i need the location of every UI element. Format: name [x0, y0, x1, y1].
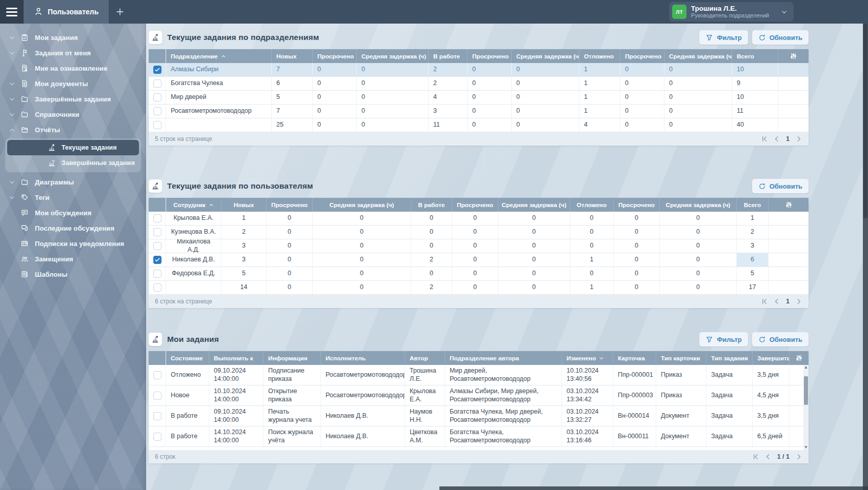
add-tab-button[interactable] — [109, 0, 131, 24]
cell[interactable]: 0 — [620, 63, 664, 76]
row-checkbox[interactable] — [153, 121, 162, 129]
refresh-button[interactable]: Обновить — [752, 179, 809, 193]
column-header-2[interactable]: Просрочено — [267, 198, 313, 212]
column-header-0[interactable]: Сотрудник — [166, 198, 221, 212]
row-checkbox[interactable] — [153, 66, 162, 74]
column-header-6[interactable]: Средняя задержка (ч) — [498, 198, 570, 212]
refresh-button[interactable]: Обновить — [752, 30, 809, 45]
sidebar-item-13[interactable]: Шаблоны — [0, 267, 146, 282]
next-page-button[interactable] — [793, 296, 804, 307]
sidebar-item-12[interactable]: Замещения — [0, 251, 146, 267]
column-header-7[interactable]: Отложено — [579, 49, 620, 63]
column-settings-icon[interactable] — [769, 198, 809, 212]
sidebar-item-3[interactable]: Мои документы — [0, 76, 146, 91]
sidebar-item-6[interactable]: Отчёты — [0, 122, 146, 137]
column-header-8[interactable]: Просрочено — [620, 49, 664, 63]
first-page-button[interactable] — [759, 133, 770, 145]
column-header-3[interactable]: Исполнитель — [321, 351, 405, 365]
scroll-up-arrow[interactable]: ▲ — [804, 365, 808, 370]
row-checkbox[interactable] — [153, 93, 162, 101]
vertical-scrollbar-thumb[interactable] — [863, 24, 867, 218]
column-header-9[interactable]: Средняя задержка (ч) — [664, 49, 732, 63]
filter-button[interactable]: Фильтр — [699, 30, 748, 45]
cell[interactable]: Алмазы Сибири — [166, 63, 272, 76]
column-settings-icon[interactable] — [778, 49, 809, 63]
cell[interactable]: 10 — [732, 63, 778, 76]
column-header-4[interactable]: Автор — [405, 351, 445, 365]
next-page-button[interactable] — [793, 451, 804, 462]
column-header-1[interactable]: Новых — [272, 49, 313, 63]
column-header-7[interactable]: Карточка — [613, 351, 656, 365]
page-horizontal-scrollbar[interactable] — [439, 486, 863, 490]
row-checkbox[interactable] — [153, 107, 162, 115]
sidebar-item-4[interactable]: Завершённые задания — [0, 91, 146, 107]
column-header-0[interactable]: Подразделение — [166, 49, 272, 63]
scroll-down-arrow[interactable]: ▼ — [804, 445, 808, 450]
previous-page-button[interactable] — [771, 296, 782, 307]
column-header-10[interactable]: Всего — [732, 49, 778, 63]
filter-button[interactable]: Фильтр — [699, 332, 748, 346]
column-header-2[interactable]: Информация — [264, 351, 321, 365]
row-checkbox[interactable] — [153, 228, 162, 236]
sidebar-item-2[interactable]: Мне на ознакомление — [0, 60, 146, 76]
sidebar-item-9[interactable]: Мои обсуждения — [0, 205, 146, 220]
hamburger-menu-button[interactable] — [0, 0, 24, 24]
table-scrollbar-thumb[interactable] — [804, 376, 808, 405]
column-header-1[interactable]: Выполнить к — [209, 351, 264, 365]
cell[interactable]: 0 — [664, 63, 732, 76]
cell[interactable]: 0 — [468, 63, 512, 76]
column-header-9[interactable]: Тип задания — [706, 351, 753, 365]
page-vertical-scrollbar[interactable] — [863, 24, 868, 490]
column-header-0[interactable]: Состояние — [166, 351, 209, 365]
cell[interactable]: 1 — [579, 63, 620, 76]
sidebar-item-5[interactable]: Справочники — [0, 107, 146, 122]
column-header-1[interactable]: Новых — [221, 198, 267, 212]
row-checkbox[interactable] — [153, 392, 162, 400]
column-header-4[interactable]: В работе — [411, 198, 452, 212]
column-header-5[interactable]: Просрочено — [468, 49, 512, 63]
previous-page-button[interactable] — [771, 133, 782, 145]
column-header-10[interactable]: Завершить — [753, 351, 790, 365]
cell[interactable]: 6 — [737, 253, 769, 267]
column-header-6[interactable]: Изменено — [562, 351, 613, 365]
column-header-10[interactable]: Всего — [737, 198, 769, 212]
column-header-6[interactable]: Средняя задержка (ч) — [512, 49, 579, 63]
row-checkbox[interactable] — [153, 242, 162, 250]
column-header-3[interactable]: Средняя задержка (ч) — [313, 198, 411, 212]
cell[interactable]: 0 — [313, 63, 357, 76]
user-menu[interactable]: лт Трошина Л.Е. Руководитель подразделен… — [669, 2, 794, 22]
sidebar-item-8[interactable]: Теги — [0, 190, 146, 205]
row-checkbox[interactable] — [153, 256, 162, 264]
column-header-9[interactable]: Средняя задержка (ч) — [660, 198, 737, 212]
sidebar-subitem-1[interactable]: Завершённые задания — [7, 155, 139, 171]
column-header-5[interactable]: Подразделение автора — [445, 351, 562, 365]
column-header-3[interactable]: Средняя задержка (ч) — [357, 49, 429, 63]
column-header-8[interactable]: Просрочено — [614, 198, 660, 212]
column-header-7[interactable]: Отложено — [570, 198, 614, 212]
refresh-button[interactable]: Обновить — [752, 332, 809, 346]
table-vertical-scrollbar[interactable]: ▲▼ — [803, 365, 809, 450]
previous-page-button[interactable] — [762, 451, 774, 462]
sidebar-subitem-0[interactable]: Текущие задания — [7, 140, 139, 155]
row-checkbox[interactable] — [153, 283, 162, 292]
tab-user[interactable]: Пользователь — [24, 0, 109, 24]
column-header-5[interactable]: Просрочено — [452, 198, 498, 212]
row-checkbox[interactable] — [153, 433, 162, 441]
row-checkbox[interactable] — [153, 270, 162, 278]
column-settings-icon[interactable] — [790, 351, 809, 365]
cell[interactable]: 0 — [357, 63, 429, 76]
column-header-8[interactable]: Тип карточки — [656, 351, 706, 365]
sidebar-item-10[interactable]: Последние обсуждения — [0, 220, 146, 236]
first-page-button[interactable] — [759, 296, 770, 307]
row-checkbox[interactable] — [153, 371, 162, 379]
sidebar-item-1[interactable]: Задания от меня — [0, 45, 146, 60]
cell[interactable]: 7 — [272, 63, 313, 76]
column-header-4[interactable]: В работе — [429, 49, 468, 63]
sidebar-item-7[interactable]: Диаграммы — [0, 174, 146, 190]
row-checkbox[interactable] — [153, 79, 162, 88]
sidebar-item-11[interactable]: Подписки на уведомления — [0, 236, 146, 251]
sidebar-item-0[interactable]: Мои задания — [0, 30, 146, 45]
row-checkbox[interactable] — [153, 214, 162, 222]
cell[interactable]: 2 — [429, 63, 468, 76]
column-header-2[interactable]: Просрочено — [313, 49, 357, 63]
